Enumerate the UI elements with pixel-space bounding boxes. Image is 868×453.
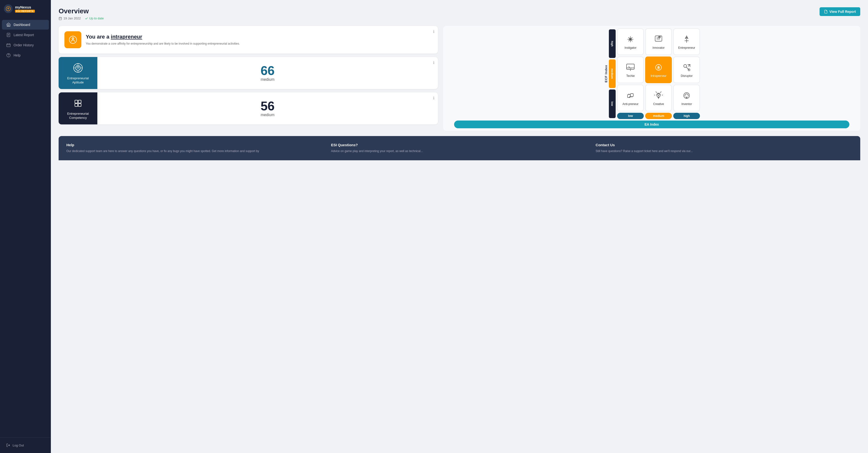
view-report-label: View Full Report <box>830 10 856 13</box>
sidebar: myNexus ESI REPORTS Dashboard Latest Rep… <box>0 0 51 453</box>
creative-icon <box>653 90 664 101</box>
footer-help-title: Help <box>66 143 323 147</box>
intrapreneur-label: intrapreneur <box>111 34 143 40</box>
cell-disruptor[interactable]: Disruptor <box>673 57 700 83</box>
instigator-label: Instigator <box>625 46 637 50</box>
cell-techie[interactable]: Techie <box>617 57 644 83</box>
info-button-aptitude[interactable]: ℹ <box>433 60 434 65</box>
status-text: Up to date <box>89 17 104 20</box>
intrapreneur-icon <box>68 35 78 45</box>
page-title: Overview <box>59 7 104 15</box>
entrepreneur-icon <box>681 34 692 45</box>
svg-point-10 <box>8 56 9 56</box>
level-high-label: high <box>611 41 614 46</box>
cell-inventor[interactable]: Inventor <box>673 85 700 111</box>
techie-label: Techie <box>626 74 635 78</box>
info-button-competency[interactable]: ℹ <box>433 96 434 101</box>
logo: myNexus ESI REPORTS <box>0 0 51 18</box>
sidebar-item-order-history[interactable]: Order History <box>2 40 49 50</box>
disruptor-label: Disruptor <box>681 74 693 78</box>
check-icon <box>85 17 88 20</box>
intrapreneur-description: You demonstrate a core affinity for entr… <box>86 41 240 46</box>
svg-line-62 <box>656 92 657 93</box>
disruptor-icon <box>681 62 692 73</box>
svg-point-18 <box>73 38 73 39</box>
footer-contact-title: Contact Us <box>595 143 852 147</box>
aptitude-value: 66 <box>260 64 275 77</box>
calendar-icon <box>59 17 62 20</box>
svg-rect-5 <box>7 44 10 47</box>
footer-contact: Contact Us Still have questions? Raise a… <box>595 143 852 153</box>
instigator-icon <box>625 34 636 45</box>
entrepreneur-label: Entrepreneur <box>678 46 695 50</box>
svg-point-54 <box>688 69 690 71</box>
date-text: 19 Jan 2022 <box>63 17 81 20</box>
ea-index-label: EA Index <box>454 120 849 128</box>
inventor-icon <box>681 90 692 101</box>
sidebar-item-help[interactable]: Help <box>2 51 49 60</box>
sidebar-item-dashboard[interactable]: Dashboard <box>2 20 49 30</box>
innovator-label: Innovator <box>652 46 664 50</box>
ea-low-label: low <box>617 113 644 119</box>
competency-icon <box>71 97 85 110</box>
view-report-button[interactable]: View Full Report <box>819 7 860 16</box>
level-high: high <box>609 29 616 58</box>
sidebar-footer: Log Out <box>0 437 51 453</box>
competency-value: 56 <box>260 100 275 112</box>
competency-card: Entrepreneurial Competency 56 medium ℹ <box>59 92 438 124</box>
cell-innovator[interactable]: Innovator <box>645 28 672 55</box>
innovator-icon <box>653 34 664 45</box>
sidebar-label-latest-report: Latest Report <box>13 33 34 37</box>
cell-instigator[interactable]: Instigator <box>617 28 644 55</box>
logo-icon <box>4 4 12 13</box>
main-content: Overview 19 Jan 2022 Up to date View Ful… <box>51 0 868 453</box>
info-button-intrapreneur[interactable]: ℹ <box>433 29 434 34</box>
footer-help-text: Our dedicated support team are here to a… <box>66 149 323 153</box>
level-medium-label: medium <box>611 68 614 79</box>
creative-label: Creative <box>653 102 664 106</box>
svg-rect-46 <box>626 64 634 69</box>
svg-rect-56 <box>630 94 633 96</box>
svg-rect-28 <box>78 100 81 103</box>
nav-menu: Dashboard Latest Report Order History He… <box>0 18 51 437</box>
cell-creative[interactable]: Creative <box>645 85 672 111</box>
cell-anti-preneur[interactable]: Anti-preneur <box>617 85 644 111</box>
ecf-matrix: ECF Index high medium low <box>443 26 860 131</box>
anti-preneur-label: Anti-preneur <box>622 102 639 106</box>
active-intrapreneur-icon <box>653 62 664 73</box>
matrix-cells: Instigator <box>617 28 700 111</box>
cell-entrepreneur[interactable]: Entrepreneur <box>673 28 700 55</box>
footer-help: Help Our dedicated support team are here… <box>66 143 323 153</box>
intrapreneur-card: You are a intrapreneur You demonstrate a… <box>59 26 438 54</box>
aptitude-level: medium <box>260 77 274 82</box>
svg-rect-55 <box>627 94 630 97</box>
svg-rect-29 <box>75 104 78 107</box>
matrix-inner: ECF Index high medium low <box>603 28 700 119</box>
competency-label: Entrepreneurial Competency <box>63 112 93 120</box>
help-icon <box>6 53 11 57</box>
sidebar-label-help: Help <box>13 53 21 57</box>
document-icon <box>824 10 828 13</box>
level-low: low <box>609 89 616 118</box>
intrapreneur-text: You are a intrapreneur You demonstrate a… <box>86 34 240 46</box>
active-intrapreneur-label: Intrapreneur <box>651 74 666 78</box>
svg-line-63 <box>660 92 661 93</box>
status-badge: Up to date <box>85 17 104 20</box>
aptitude-card: Entrepreneurial Aptitude 66 medium ℹ <box>59 57 438 89</box>
sidebar-label-order-history: Order History <box>13 43 34 47</box>
techie-icon <box>625 62 636 73</box>
competency-values: 56 medium <box>97 92 438 124</box>
logout-button[interactable]: Log Out <box>4 441 47 449</box>
aptitude-icon-area: Entrepreneurial Aptitude <box>59 57 97 89</box>
ecf-label: ECF Index <box>603 28 609 119</box>
aptitude-icon <box>71 61 85 75</box>
header-left: Overview 19 Jan 2022 Up to date <box>59 7 104 20</box>
footer-contact-text: Still have questions? Raise a support ti… <box>595 149 852 153</box>
sidebar-item-latest-report[interactable]: Latest Report <box>2 30 49 40</box>
competency-icon-area: Entrepreneurial Competency <box>59 92 97 124</box>
intrapreneur-icon-box <box>64 31 82 48</box>
inventor-label: Inventor <box>682 102 692 106</box>
cell-intrapreneur[interactable]: Intrapreneur <box>645 57 672 83</box>
history-icon <box>6 43 11 47</box>
logout-label: Log Out <box>12 444 24 447</box>
